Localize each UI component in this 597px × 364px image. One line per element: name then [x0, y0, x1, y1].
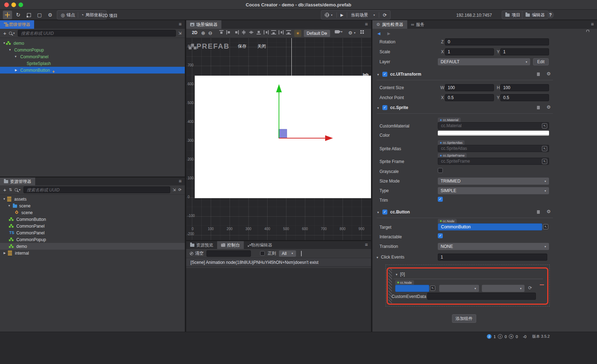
tab-hierarchy[interactable]: 层级管理器	[0, 20, 34, 29]
interactable-checkbox[interactable]: ✓	[438, 233, 443, 238]
local-coords-button[interactable]: ◔局部坐标	[81, 12, 102, 18]
type-dropdown[interactable]: SIMPLE▼	[438, 187, 549, 194]
gizmo-light-button[interactable]: ☀	[294, 30, 301, 37]
asset-row-demo-selected[interactable]: demo	[0, 243, 185, 250]
assets-menu-icon[interactable]: ≡	[179, 178, 182, 184]
expand-arrow-icon[interactable]: ▶	[4, 251, 6, 255]
open-editor-button[interactable]: 编辑器	[522, 11, 548, 19]
warning-icon[interactable]: !	[498, 334, 502, 339]
tree-node-commonpopup[interactable]: ▼ CommonPopup	[0, 47, 185, 53]
console-menu-icon[interactable]: ≡	[365, 242, 368, 248]
anchor-y-input[interactable]	[500, 94, 549, 101]
expand-arrow-icon[interactable]: ▼	[3, 42, 6, 45]
camera-icon[interactable]: ▼	[335, 30, 343, 33]
distribute-h-button[interactable]	[264, 30, 269, 34]
tree-node-commonbutton-selected[interactable]: ▶ CommonButton +	[0, 67, 185, 74]
asset-row-assets[interactable]: ▼ assets	[0, 196, 185, 202]
rotate-tool-button[interactable]: ↻	[14, 11, 23, 19]
expand-arrow-icon[interactable]: ▼	[14, 55, 17, 58]
align-bottom-button[interactable]	[256, 30, 261, 34]
tab-scene-editor[interactable]: 场景编辑器	[186, 20, 221, 29]
content-h-input[interactable]	[500, 84, 549, 91]
regex-checkbox[interactable]	[260, 251, 265, 256]
target-node-field[interactable]: CommonButton	[438, 223, 542, 230]
grid-icon[interactable]	[360, 30, 362, 32]
expand-arrow-icon[interactable]: ▼	[8, 204, 11, 207]
align-top-button[interactable]	[219, 30, 224, 34]
search-filter-button[interactable]: ▼	[15, 188, 21, 191]
anchor-pivot-button[interactable]: ◎锚点	[61, 12, 75, 18]
move-tool-button[interactable]	[3, 11, 12, 19]
event-node-field[interactable]	[395, 285, 429, 292]
inspector-menu-icon[interactable]: ≡	[591, 21, 594, 27]
gizmo-camera-dropdown[interactable]: Default De...▼	[304, 30, 330, 37]
collapse-arrow-icon[interactable]: ▼	[377, 107, 380, 110]
scale-y-input[interactable]	[500, 48, 549, 55]
node-picker-icon[interactable]: ↖	[430, 286, 435, 291]
event-component-dropdown[interactable]: ▼	[439, 285, 479, 292]
clear-console-button[interactable]: 清空	[190, 250, 204, 256]
preview-platform-button[interactable]: ▼	[325, 13, 333, 17]
asset-row-commonpanel-script[interactable]: TS CommonPanel	[0, 229, 185, 236]
asset-row-commonpopup[interactable]: CommonPopup	[0, 236, 185, 243]
content-w-input[interactable]	[445, 84, 494, 91]
custom-event-data-input[interactable]	[427, 293, 536, 300]
error-icon[interactable]: ✕	[509, 334, 513, 339]
size-mode-dropdown[interactable]: TRIMMED▼	[438, 178, 549, 185]
search-filter-button[interactable]: ▼	[9, 32, 15, 35]
expand-arrow-icon[interactable]: ▼	[9, 48, 11, 51]
mode-2d-button[interactable]: 2D	[192, 30, 197, 35]
distribute-v-button[interactable]	[271, 30, 276, 34]
button-enabled-checkbox[interactable]: ✓	[382, 210, 387, 214]
asset-picker-icon[interactable]: ↖	[542, 123, 547, 129]
move-gizmo[interactable]	[186, 38, 371, 240]
log-filter-dropdown[interactable]: All▼	[279, 250, 296, 257]
asset-picker-icon[interactable]: ↖	[542, 159, 547, 164]
collapse-arrow-icon[interactable]: ▼	[376, 256, 379, 259]
trim-checkbox[interactable]: ✓	[438, 197, 443, 202]
expand-arrow-icon[interactable]: ▶	[15, 69, 17, 72]
scale-tool-button[interactable]	[24, 11, 33, 19]
expand-arrow-icon[interactable]: ▼	[3, 197, 6, 201]
open-project-button[interactable]: 项目	[502, 11, 524, 19]
console-search-input[interactable]	[206, 250, 251, 257]
history-back-button[interactable]: ◀	[377, 31, 380, 36]
color-swatch[interactable]	[438, 131, 549, 136]
component-gear-icon[interactable]: ⚙	[547, 71, 551, 76]
collapse-arrow-icon[interactable]: ▼	[377, 211, 380, 214]
uitransform-enabled-checkbox[interactable]: ✓	[382, 72, 387, 77]
create-node-button[interactable]: +	[3, 31, 6, 36]
layer-edit-button[interactable]: Edit	[533, 58, 549, 65]
collapse-all-icon[interactable]: ⇲	[173, 188, 176, 192]
tab-animation-editor[interactable]: 动画编辑器	[244, 241, 276, 249]
history-forward-button[interactable]: ▶	[387, 31, 390, 36]
scene-viewport[interactable]: 800 700 600 500 400 300 200 100 0 -100 -…	[186, 38, 371, 240]
collapse-all-icon[interactable]: ⇲	[178, 31, 182, 36]
scene-menu-icon[interactable]: ≡	[365, 21, 368, 27]
collapse-arrow-icon[interactable]: ▼	[377, 73, 380, 76]
align-vcenter-button[interactable]	[249, 30, 254, 34]
scene-gear-icon[interactable]: ⚙▼	[348, 30, 356, 36]
asset-row-scene-folder[interactable]: ▼ scene	[0, 202, 185, 209]
tree-node-spritesplash[interactable]: SpriteSplash	[0, 60, 185, 67]
event-handler-dropdown[interactable]: ▼	[482, 285, 525, 292]
collapse-arrow-icon[interactable]: ▼	[395, 273, 398, 276]
tab-asset-preview[interactable]: 资源预览	[186, 241, 217, 249]
anchor-x-input[interactable]	[445, 94, 494, 101]
gizmo-settings-button[interactable]: ⚙	[45, 11, 55, 19]
component-gear-icon[interactable]: ⚙	[547, 104, 551, 110]
layer-dropdown[interactable]: DEFAULT▼	[438, 58, 530, 65]
grayscale-checkbox[interactable]	[438, 168, 443, 173]
tab-service[interactable]: ∞服务	[407, 20, 429, 29]
align-left-button[interactable]	[226, 30, 231, 34]
asset-row-commonbutton[interactable]: CommonButton	[0, 216, 185, 223]
asset-row-scene-asset[interactable]: scene	[0, 209, 185, 216]
scene-select-dropdown[interactable]: 当前场景▼	[351, 12, 375, 18]
event-refresh-icon[interactable]: ⟳	[528, 285, 532, 290]
click-events-count-input[interactable]	[438, 254, 547, 261]
zoom-in-icon[interactable]: ⊕	[201, 30, 205, 36]
play-button[interactable]: ▶	[340, 13, 343, 17]
hierarchy-search-input[interactable]	[18, 30, 176, 37]
create-asset-button[interactable]: +	[3, 187, 6, 192]
refresh-preview-button[interactable]: ⟳	[383, 12, 387, 18]
